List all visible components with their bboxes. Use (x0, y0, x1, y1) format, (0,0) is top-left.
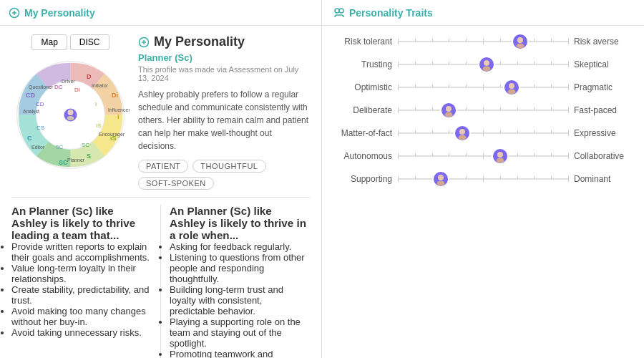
personality-title: My Personality (138, 34, 310, 49)
svg-text:i: i (117, 113, 119, 120)
trait-avatar (492, 147, 509, 165)
trait-avatar (454, 125, 471, 142)
svg-point-53 (497, 152, 503, 158)
left-panel-header: My Personality (9, 7, 95, 19)
trait-left-label: Supporting (333, 174, 398, 184)
personality-info: My Personality Planner (Sc) This profile… (138, 34, 310, 190)
svg-text:5C: 5C (56, 144, 63, 150)
left-panel: Map DISC (0, 26, 322, 358)
trait-avatar (478, 56, 495, 73)
right-header-title: Personality Traits (349, 7, 433, 19)
personality-description: Ashley probably prefers to follow a regu… (138, 88, 310, 153)
role-item-4: Playing a supporting role on the team an… (170, 316, 310, 349)
trait-bar (398, 126, 568, 140)
left-header-title: My Personality (24, 7, 95, 19)
trait-row: Matter-of-fact Expressive (333, 126, 633, 140)
trait-bar-line (398, 87, 568, 88)
trait-left-label: Optimistic (333, 82, 398, 92)
personality-heading: My Personality (154, 34, 245, 49)
svg-text:D: D (87, 73, 92, 80)
svg-text:Influencer: Influencer (108, 107, 130, 112)
map-button[interactable]: Map (31, 34, 67, 50)
assessment-date: This profile was made via Assessment on … (138, 65, 310, 82)
trait-row: Risk tolerant Risk averse (333, 34, 633, 49)
svg-point-50 (459, 129, 465, 135)
trait-left-label: Autonomous (333, 151, 398, 161)
trait-bar (398, 103, 568, 117)
trait-right-label: Skeptical (568, 59, 633, 69)
trait-right-label: Dominant (568, 174, 633, 184)
svg-point-39 (517, 44, 525, 49)
svg-point-41 (484, 60, 489, 66)
svg-point-45 (508, 90, 516, 95)
trait-bar-line (398, 132, 568, 134)
team-item-4: Avoid making too many changes without he… (11, 306, 152, 327)
svg-point-44 (509, 83, 514, 89)
svg-text:CS: CS (36, 125, 44, 131)
thrive-team-list: Provide written reports to explain their… (11, 241, 152, 338)
svg-text:Encourager: Encourager (99, 132, 125, 137)
svg-text:CD: CD (26, 92, 35, 99)
right-panel-header: Personality Traits (333, 7, 433, 19)
svg-text:Di: Di (112, 92, 118, 99)
trait-row: Autonomous Collaborative (333, 149, 633, 163)
thrive-role-list: Asking for feedback regularly. Listening… (170, 241, 310, 358)
trait-right-label: Risk averse (568, 37, 633, 47)
svg-text:Initiator: Initiator (92, 83, 109, 88)
tag-patient: PATIENT (138, 160, 188, 173)
trait-avatar (512, 33, 529, 50)
traits-container: Risk tolerant Risk averseTrusting Skepti… (333, 34, 633, 186)
trait-bar (398, 80, 568, 95)
trait-bar (398, 57, 568, 72)
svg-text:I: I (95, 101, 97, 107)
thrive-team-section: An Planner (Sc) like Ashley is likely to… (11, 205, 161, 358)
personality-tags: PATIENT THOUGHTFUL SOFT-SPOKEN (138, 160, 310, 190)
svg-text:Analyst: Analyst (23, 109, 39, 115)
svg-point-4 (339, 9, 343, 13)
planner-type: Planner (Sc) (138, 52, 310, 63)
team-item-2: Value long-term loyalty in their relatio… (11, 263, 152, 284)
trait-bar-line (398, 178, 568, 180)
trait-bar-line (398, 41, 568, 42)
disc-button[interactable]: DISC (70, 34, 109, 50)
trait-avatar (432, 170, 449, 188)
svg-point-32 (68, 110, 74, 115)
svg-point-33 (67, 116, 74, 120)
svg-text:Planner: Planner (67, 158, 85, 163)
team-item-5: Avoid taking unnecessary risks. (11, 327, 152, 338)
svg-text:S: S (87, 153, 91, 160)
trait-row: Trusting Skeptical (333, 57, 633, 72)
svg-point-3 (335, 9, 339, 13)
role-item-5: Promoting teamwork and cooperation betwe… (170, 349, 310, 358)
svg-point-48 (445, 112, 453, 117)
trait-bar-line (398, 110, 568, 111)
trait-bar-line (398, 64, 568, 65)
trait-bar-line (398, 155, 568, 157)
right-panel: Risk tolerant Risk averseTrusting Skepti… (322, 26, 644, 358)
role-item-3: Building long-term trust and loyalty wit… (170, 284, 310, 316)
svg-text:Questioner: Questioner (29, 84, 54, 90)
disc-section: Map DISC (11, 34, 130, 190)
trait-right-label: Fast-paced (568, 105, 633, 115)
svg-text:CD: CD (36, 101, 44, 107)
thrive-role-section: An Planner (Sc) like Ashley is likely to… (161, 205, 310, 358)
thrive-role-heading: An Planner (Sc) like Ashley is likely to… (170, 205, 310, 241)
svg-text:Driver: Driver (62, 79, 75, 84)
disc-wheel: D Di i iS S SC C CD DI I IS SC 5C CS CD (11, 56, 130, 174)
trait-right-label: Expressive (568, 128, 633, 138)
role-item-1: Asking for feedback regularly. (170, 241, 310, 252)
svg-point-56 (438, 175, 444, 180)
team-item-3: Create stability, predictability, and tr… (11, 284, 152, 306)
svg-point-54 (496, 158, 504, 163)
trait-bar (398, 172, 568, 186)
tag-soft-spoken: SOFT-SPOKEN (138, 177, 214, 190)
trait-row: Optimistic Pragmatic (333, 80, 633, 95)
svg-point-38 (517, 37, 523, 43)
tag-thoughtful: THOUGHTFUL (192, 160, 265, 173)
svg-text:DC: DC (54, 84, 63, 90)
trait-right-label: Pragmatic (568, 82, 633, 92)
svg-text:IS: IS (96, 122, 102, 129)
trait-left-label: Trusting (333, 59, 398, 69)
role-item-2: Listening to questions from other people… (170, 252, 310, 284)
trait-left-label: Risk tolerant (333, 37, 398, 47)
